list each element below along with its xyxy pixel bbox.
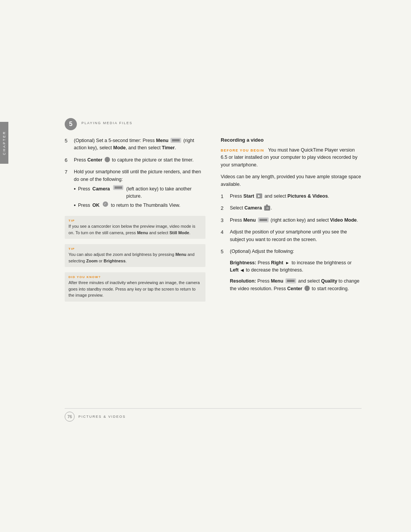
before-you-begin-block: BEFORE YOU BEGIN You must have QuickTime… bbox=[221, 147, 362, 169]
step-num-5: 5 bbox=[65, 137, 71, 152]
r-step-2-camera-bold: Camera bbox=[244, 205, 262, 211]
r-step-3-videomode-bold: Video Mode bbox=[330, 217, 357, 223]
r-step-5: 5 (Optional) Adjust the following: Brigh… bbox=[221, 248, 362, 296]
step-6-content: Press Center to capture the picture or s… bbox=[74, 157, 194, 164]
bullet-camera-bold: Camera bbox=[92, 185, 110, 193]
r-step-num-1: 1 bbox=[221, 193, 227, 200]
tip-box-1: TIP If you see a camcorder icon below th… bbox=[65, 216, 206, 239]
step-5: 5 (Optional) Set a 5-second timer: Press… bbox=[65, 137, 206, 152]
step-7-bullets: Press Camera (left action key) to take a… bbox=[74, 185, 206, 209]
step-5-menu-bold: Menu bbox=[156, 138, 169, 143]
step-6: 6 Press Center to capture the picture or… bbox=[65, 157, 206, 164]
recording-video-title: Recording a video bbox=[221, 137, 362, 143]
start-icon: ▶ bbox=[256, 193, 262, 198]
page-number: 76 bbox=[67, 414, 72, 419]
bullet-ok: Press OK ✓ to return to the Thumbnails V… bbox=[74, 202, 206, 209]
menu-icon-res bbox=[285, 278, 296, 283]
left-column: 5 (Optional) Set a 5-second timer: Press… bbox=[65, 137, 206, 307]
r-step-num-3: 3 bbox=[221, 217, 227, 224]
r-step-5-content: (Optional) Adjust the following: Brightn… bbox=[230, 248, 362, 296]
chapter-number-circle: 5 bbox=[65, 118, 77, 130]
content-area: 5 (Optional) Set a 5-second timer: Press… bbox=[65, 137, 362, 307]
brightness-subitem: Brightness: Press Right ► to increase th… bbox=[230, 259, 362, 274]
step-7-content: Hold your smartphone still until the pic… bbox=[74, 168, 206, 211]
ok-icon: ✓ bbox=[103, 201, 108, 207]
resolution-label: Resolution: bbox=[230, 278, 256, 284]
step-5-content: (Optional) Set a 5-second timer: Press M… bbox=[74, 137, 206, 152]
r-step-3: 3 Press Menu (right action key) and sele… bbox=[221, 217, 362, 224]
did-you-know-text: After three minutes of inactivity when p… bbox=[68, 280, 202, 299]
step-5-timer-bold: Timer bbox=[162, 145, 175, 150]
right-column: Recording a video BEFORE YOU BEGIN You m… bbox=[221, 137, 362, 307]
chapter-tab: CHAPTER bbox=[0, 122, 8, 164]
bullet-ok-bold: OK bbox=[92, 202, 100, 209]
tip-label-2: TIP bbox=[68, 247, 202, 251]
step-6-center-bold: Center bbox=[87, 157, 102, 163]
footer-label: PICTURES & VIDEOS bbox=[78, 415, 126, 419]
paragraph-storage: Videos can be any length, provided you h… bbox=[221, 173, 362, 188]
brightness-label: Brightness: bbox=[230, 260, 256, 265]
r-step-1-pictures-bold: Pictures & Videos bbox=[287, 193, 328, 199]
r-step-4-content: Adjust the position of your smartphone u… bbox=[230, 228, 362, 243]
menu-icon-1 bbox=[170, 138, 181, 143]
brightness-left-bold: Left bbox=[230, 267, 239, 273]
bullet-camera: Press Camera (left action key) to take a… bbox=[74, 185, 206, 200]
step-5-mode-bold: Mode bbox=[113, 145, 126, 150]
tip-label-1: TIP bbox=[68, 219, 202, 222]
r-step-1: 1 Press Start ▶ and select Pictures & Vi… bbox=[221, 193, 362, 200]
step-num-7: 7 bbox=[65, 168, 71, 211]
resolution-subitem: Resolution: Press Menu and select Qualit… bbox=[230, 278, 362, 292]
did-you-know-box: DID YOU KNOW? After three minutes of ina… bbox=[65, 272, 206, 302]
menu-icon-3 bbox=[258, 217, 269, 222]
tip-text-1: If you see a camcorder icon below the pr… bbox=[68, 223, 202, 236]
resolution-quality-bold: Quality bbox=[321, 278, 337, 284]
left-arrow-icon: ◀ bbox=[241, 267, 244, 273]
step-7: 7 Hold your smartphone still until the p… bbox=[65, 168, 206, 211]
r-step-num-5: 5 bbox=[221, 248, 227, 296]
step-num-6: 6 bbox=[65, 157, 71, 164]
camera-icon-2 bbox=[264, 206, 270, 211]
two-column-layout: 5 (Optional) Set a 5-second timer: Press… bbox=[65, 137, 362, 307]
center-icon-res bbox=[304, 286, 310, 291]
r-step-3-content: Press Menu (right action key) and select… bbox=[230, 217, 358, 224]
resolution-menu-bold: Menu bbox=[271, 278, 284, 284]
chapter-tab-text: CHAPTER bbox=[2, 131, 6, 155]
r-step-4: 4 Adjust the position of your smartphone… bbox=[221, 228, 362, 243]
r-step-num-2: 2 bbox=[221, 204, 227, 212]
sub-items: Brightness: Press Right ► to increase th… bbox=[230, 259, 362, 293]
section-header: PLAYING MEDIA FILES bbox=[81, 121, 132, 125]
center-icon-1 bbox=[105, 157, 110, 162]
tip-box-2: TIP You can also adjust the zoom and bri… bbox=[65, 244, 206, 267]
did-you-know-label: DID YOU KNOW? bbox=[68, 275, 202, 279]
chapter-number-label: 5 bbox=[69, 121, 73, 128]
page-footer: 76 PICTURES & VIDEOS bbox=[65, 408, 362, 422]
camera-left-icon bbox=[113, 185, 123, 190]
page-number-circle: 76 bbox=[65, 412, 75, 422]
r-step-num-4: 4 bbox=[221, 228, 227, 243]
r-step-3-menu-bold: Menu bbox=[243, 217, 256, 223]
r-step-1-content: Press Start ▶ and select Pictures & Vide… bbox=[230, 193, 329, 200]
tip-text-2: You can also adjust the zoom and brightn… bbox=[68, 251, 202, 264]
r-step-1-start-bold: Start bbox=[243, 193, 254, 199]
before-you-begin-label: BEFORE YOU BEGIN bbox=[221, 149, 264, 152]
r-step-2: 2 Select Camera . bbox=[221, 204, 362, 212]
resolution-center-bold: Center bbox=[287, 286, 303, 291]
page-container: CHAPTER 5 PLAYING MEDIA FILES 5 (Optiona… bbox=[0, 0, 411, 532]
right-arrow-icon: ► bbox=[285, 260, 290, 266]
r-step-2-content: Select Camera . bbox=[230, 204, 272, 212]
brightness-right-bold: Right bbox=[271, 260, 283, 265]
